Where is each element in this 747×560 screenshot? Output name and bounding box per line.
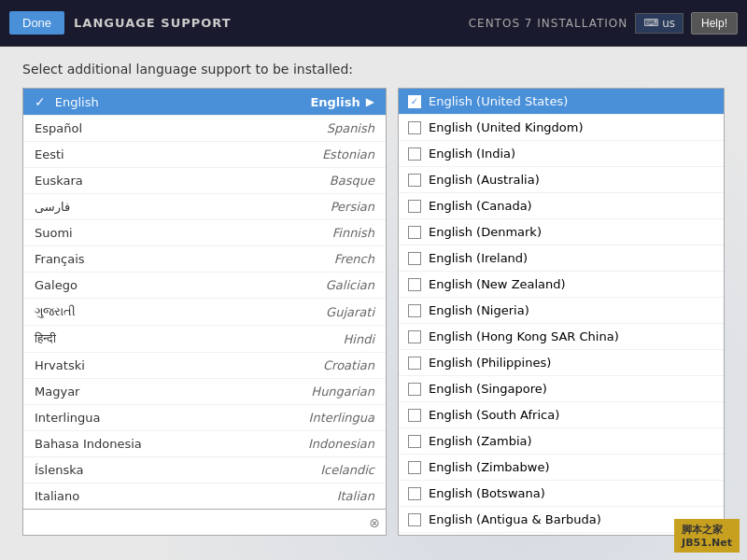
done-button[interactable]: Done	[9, 11, 64, 35]
lang-english: Icelandic	[320, 463, 374, 477]
lang-english: Indonesian	[308, 437, 374, 451]
lang-item-hrvatski[interactable]: Hrvatski Croatian	[23, 353, 386, 379]
locale-label: English (India)	[429, 147, 515, 161]
lang-native: فارسی	[35, 200, 70, 214]
lang-english: Spanish	[327, 121, 374, 135]
locale-label: English (Ireland)	[429, 251, 528, 265]
lang-native: ગુજરાતી	[35, 304, 76, 319]
header-title: LANGUAGE SUPPORT	[74, 16, 232, 30]
lang-english: Croatian	[323, 358, 374, 372]
locale-item-en_dk[interactable]: English (Denmark)	[399, 219, 724, 245]
lang-item-italiano[interactable]: Italiano Italian	[23, 483, 386, 509]
locale-label: English (United States)	[429, 94, 568, 108]
lang-english: Gujarati	[326, 305, 374, 319]
locale-checkbox-en_au	[408, 174, 421, 187]
lang-english: Interlingua	[309, 411, 374, 425]
check-icon: ✓	[35, 94, 46, 109]
lang-english: French	[334, 252, 374, 266]
locale-checkbox-en_zm	[408, 435, 421, 448]
locale-checkbox-en_nz	[408, 278, 421, 291]
main-content: Select additional language support to be…	[0, 47, 747, 560]
header: Done LANGUAGE SUPPORT CENTOS 7 INSTALLAT…	[0, 0, 747, 47]
locale-label: English (Philippines)	[429, 356, 551, 370]
locale-label: English (South Africa)	[429, 408, 559, 422]
lang-native: Français	[35, 252, 85, 266]
lang-native: Italiano	[35, 489, 79, 503]
clear-search-icon[interactable]: ⊗	[369, 515, 380, 530]
locale-item-en_za[interactable]: English (South Africa)	[399, 402, 724, 428]
lang-item-galego[interactable]: Galego Galician	[23, 273, 386, 299]
locale-item-en_zm[interactable]: English (Zambia)	[399, 428, 724, 455]
lang-native: Euskara	[35, 174, 83, 188]
locale-checkbox-en_ph	[408, 357, 421, 370]
lang-item-farsi[interactable]: فارسی Persian	[23, 194, 386, 220]
locale-label: English (Denmark)	[429, 225, 542, 239]
lang-item-magyar[interactable]: Magyar Hungarian	[23, 379, 386, 405]
locale-label: English (Antigua & Barbuda)	[429, 512, 601, 526]
locale-label: English (Canada)	[429, 199, 532, 213]
lang-english: Italian	[337, 489, 374, 503]
locale-item-en_ng[interactable]: English (Nigeria)	[399, 298, 724, 324]
locale-label: English (Singapore)	[429, 382, 547, 396]
locale-item-en_in[interactable]: English (India)	[399, 141, 724, 167]
locale-checkbox-en_zw	[408, 461, 421, 474]
panels-container: ✓ English English ▶ Español Spanish Eest…	[22, 88, 725, 536]
language-list: ✓ English English ▶ Español Spanish Eest…	[23, 89, 386, 509]
locale-item-en_hk[interactable]: English (Hong Kong SAR China)	[399, 324, 724, 350]
lang-native: हिन्दी	[35, 331, 56, 346]
lang-english: English	[310, 95, 359, 109]
lang-native: Magyar	[35, 385, 79, 399]
lang-item-interlingua[interactable]: Interlingua Interlingua	[23, 405, 386, 431]
header-left: Done LANGUAGE SUPPORT	[9, 11, 232, 35]
lang-item-english[interactable]: ✓ English English ▶	[23, 89, 386, 116]
header-right: CENTOS 7 INSTALLATION ⌨ us Help!	[469, 12, 738, 35]
centos-title: CENTOS 7 INSTALLATION	[469, 17, 628, 30]
locale-item-en_zw[interactable]: English (Zimbabwe)	[399, 455, 724, 481]
locale-item-en_us[interactable]: ✓ English (United States)	[399, 89, 724, 115]
lang-item-hindi[interactable]: हिन्दी Hindi	[23, 326, 386, 353]
keyboard-locale: us	[662, 17, 675, 30]
locale-label: English (New Zealand)	[429, 277, 566, 291]
locale-item-en_bw[interactable]: English (Botswana)	[399, 481, 724, 507]
lang-item-euskara[interactable]: Euskara Basque	[23, 168, 386, 194]
lang-english: Galician	[326, 278, 374, 292]
locale-checkbox-en_za	[408, 409, 421, 422]
locale-checkbox-en_hk	[408, 330, 421, 343]
locale-label: English (Botswana)	[429, 486, 545, 500]
locale-label: English (Hong Kong SAR China)	[429, 329, 619, 343]
lang-english: Persian	[331, 200, 374, 214]
watermark: 脚本之家JB51.Net	[674, 519, 740, 553]
lang-native: English	[55, 95, 99, 109]
locale-item-en_gb[interactable]: English (United Kingdom)	[399, 115, 724, 141]
search-box: ⊗	[23, 509, 386, 535]
lang-item-bahasa[interactable]: Bahasa Indonesia Indonesian	[23, 431, 386, 457]
lang-item-espanol[interactable]: Español Spanish	[23, 116, 386, 142]
lang-native: Íslenska	[35, 463, 84, 477]
lang-item-islenska[interactable]: Íslenska Icelandic	[23, 457, 386, 483]
lang-item-suomi[interactable]: Suomi Finnish	[23, 220, 386, 246]
search-input[interactable]	[29, 513, 369, 531]
lang-item-eesti[interactable]: Eesti Estonian	[23, 142, 386, 168]
locale-checkbox-en_sg	[408, 383, 421, 396]
locale-label: English (United Kingdom)	[429, 120, 584, 134]
lang-native: Galego	[35, 278, 78, 292]
help-button[interactable]: Help!	[691, 12, 738, 35]
locale-item-en_nz[interactable]: English (New Zealand)	[399, 272, 724, 298]
locale-checkbox-en_ag	[408, 513, 421, 526]
lang-item-francais[interactable]: Français French	[23, 246, 386, 273]
locale-item-en_ie[interactable]: English (Ireland)	[399, 245, 724, 272]
lang-native: Bahasa Indonesia	[35, 437, 142, 451]
locale-item-en_sg[interactable]: English (Singapore)	[399, 376, 724, 402]
locale-checkbox-en_us: ✓	[408, 95, 421, 108]
lang-item-gujarati[interactable]: ગુજરાતી Gujarati	[23, 299, 386, 326]
locale-item-en_ca[interactable]: English (Canada)	[399, 193, 724, 219]
locale-item-en_au[interactable]: English (Australia)	[399, 167, 724, 193]
locale-item-en_ph[interactable]: English (Philippines)	[399, 350, 724, 376]
locale-label: English (Australia)	[429, 173, 540, 187]
arrow-icon: ▶	[366, 95, 374, 108]
lang-english: Hungarian	[311, 385, 374, 399]
lang-native: Suomi	[35, 226, 73, 240]
keyboard-widget[interactable]: ⌨ us	[635, 13, 684, 34]
locale-label: English (Zambia)	[429, 434, 532, 448]
keyboard-icon: ⌨	[643, 17, 658, 29]
